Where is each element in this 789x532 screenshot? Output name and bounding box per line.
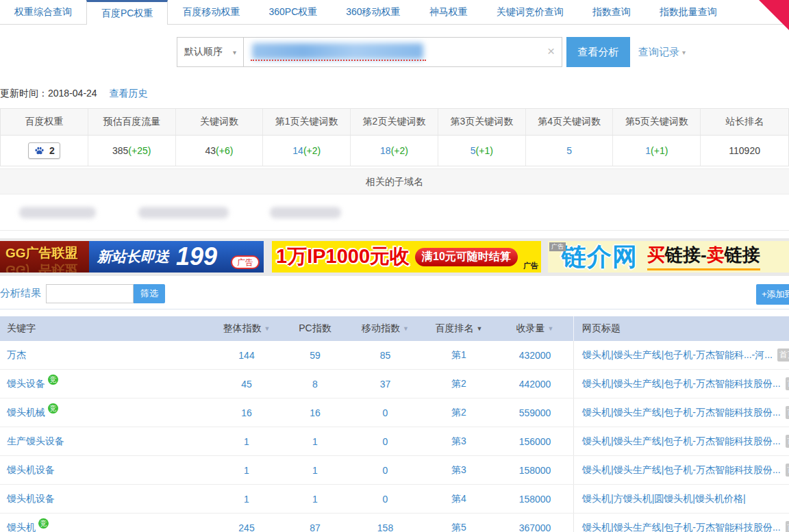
subdomain-blurred-link[interactable] bbox=[19, 207, 96, 218]
tab-1[interactable]: 权重综合查询 bbox=[0, 0, 86, 24]
stats-value-cell[interactable]: 5 bbox=[526, 136, 614, 166]
subdomain-blurred-link[interactable] bbox=[138, 207, 229, 218]
pc-index[interactable]: 1 bbox=[281, 494, 349, 505]
sort-arrow-icon[interactable]: ▼ bbox=[477, 325, 483, 332]
table-row: 馒头机竞24587158第5367000馒头机|馒头生产线|包子机-万杰智能科技… bbox=[0, 514, 789, 532]
stats-value-cell[interactable]: 18(+2) bbox=[351, 136, 438, 166]
overall-index[interactable]: 1 bbox=[212, 436, 281, 447]
sort-arrow-icon[interactable]: ▼ bbox=[548, 325, 554, 332]
sort-order-select[interactable]: 默认顺序 ▾ bbox=[177, 37, 243, 67]
mobile-index[interactable]: 85 bbox=[349, 350, 421, 361]
overall-index[interactable]: 16 bbox=[212, 407, 281, 418]
tab-4[interactable]: 360PC权重 bbox=[254, 0, 331, 24]
ad-banner-ip-revenue[interactable]: 1万IP1000元收 满10元可随时结算 广告 bbox=[272, 241, 541, 273]
overall-index[interactable]: 45 bbox=[212, 379, 281, 390]
sort-arrow-icon[interactable]: ▼ bbox=[264, 325, 271, 332]
page-title-link[interactable]: 馒头机|馒头生产线|包子机-万杰智能科技股份... bbox=[582, 378, 781, 390]
keyword-link[interactable]: 馒头机设备 bbox=[7, 493, 55, 505]
keyword-link[interactable]: 馒头机设备 bbox=[7, 464, 55, 477]
stats-value-cell: 43(+6) bbox=[176, 136, 264, 166]
tab-5[interactable]: 360移动权重 bbox=[331, 0, 414, 24]
stats-value-cell: 110920 bbox=[701, 136, 788, 166]
subdomain-blurred-link[interactable] bbox=[270, 207, 341, 218]
column-header-5[interactable]: 百度排名▼ bbox=[421, 322, 497, 335]
corner-ribbon[interactable] bbox=[759, 0, 789, 30]
table-row: 馒头机设备110第4158000馒头机|方馒头机|圆馒头机|馒头机价格| bbox=[0, 485, 789, 514]
overall-index[interactable]: 144 bbox=[212, 350, 281, 361]
baidu-rank[interactable]: 第2 bbox=[421, 407, 497, 419]
stats-value-cell[interactable]: 14(+2) bbox=[263, 136, 351, 166]
page-title-link[interactable]: 馒头机|馒头生产线|包子机-万杰智能科...-河... bbox=[582, 349, 773, 362]
baidu-rank[interactable]: 第2 bbox=[421, 378, 497, 390]
tab-2[interactable]: 百度PC权重 bbox=[86, 0, 168, 25]
page-title-link[interactable]: 馒头机|馒头生产线|包子机-万杰智能科技股份... bbox=[582, 407, 781, 419]
tab-8[interactable]: 指数查询 bbox=[578, 0, 645, 24]
keyword-link[interactable]: 生产馒头设备 bbox=[7, 435, 64, 448]
page-title-link[interactable]: 馒头机|馒头生产线|包子机-万杰智能科技股份... bbox=[582, 464, 781, 477]
pc-index[interactable]: 87 bbox=[281, 522, 349, 532]
stats-value-cell[interactable]: 5(+1) bbox=[438, 136, 526, 166]
ad-pill-text: 满10元可随时结算 bbox=[415, 248, 518, 266]
mobile-index[interactable]: 37 bbox=[349, 379, 421, 390]
mobile-index[interactable]: 0 bbox=[349, 436, 421, 447]
search-input[interactable]: × bbox=[243, 37, 562, 67]
keyword-link[interactable]: 馒头机械 bbox=[7, 407, 45, 419]
tab-6[interactable]: 神马权重 bbox=[415, 0, 482, 24]
tab-9[interactable]: 指数批量查询 bbox=[645, 0, 731, 24]
pc-index[interactable]: 8 bbox=[281, 379, 349, 390]
keyword-link[interactable]: 馒头设备 bbox=[7, 378, 45, 390]
collect-count[interactable]: 432000 bbox=[497, 350, 573, 361]
collect-count[interactable]: 559000 bbox=[497, 407, 573, 418]
homepage-badge: 首页 bbox=[786, 406, 789, 419]
ad-strip: GG广告联盟 GG广告联盟 新站长即送 199 广告 1万IP1000元收 满1… bbox=[0, 238, 789, 276]
filter-input[interactable] bbox=[46, 284, 134, 303]
analyze-button[interactable]: 查看分析 bbox=[566, 37, 630, 67]
baidu-rank[interactable]: 第1 bbox=[421, 349, 497, 362]
baidu-rank[interactable]: 第3 bbox=[421, 464, 497, 477]
overall-index[interactable]: 245 bbox=[212, 522, 281, 532]
view-history-link[interactable]: 查看历史 bbox=[110, 88, 148, 99]
pc-index[interactable]: 1 bbox=[281, 465, 349, 476]
mobile-index[interactable]: 0 bbox=[349, 494, 421, 505]
collect-count[interactable]: 156000 bbox=[497, 436, 573, 447]
collect-count[interactable]: 442000 bbox=[497, 379, 573, 390]
column-header-2[interactable]: 整体指数▼ bbox=[212, 322, 281, 335]
mobile-index[interactable]: 0 bbox=[349, 407, 421, 418]
pc-index[interactable]: 16 bbox=[281, 407, 349, 418]
sort-arrow-icon[interactable]: ▼ bbox=[403, 325, 409, 332]
collect-count[interactable]: 158000 bbox=[497, 465, 573, 476]
mobile-index[interactable]: 0 bbox=[349, 465, 421, 476]
mobile-index[interactable]: 158 bbox=[349, 522, 421, 532]
baidu-rank[interactable]: 第4 bbox=[421, 493, 497, 505]
collect-count[interactable]: 158000 bbox=[497, 494, 573, 505]
column-header-1: 关键字 bbox=[0, 322, 212, 335]
pc-index[interactable]: 59 bbox=[281, 350, 349, 361]
baidu-rank[interactable]: 第5 bbox=[421, 522, 497, 532]
baidu-rank[interactable]: 第3 bbox=[421, 435, 497, 448]
overall-index[interactable]: 1 bbox=[212, 494, 281, 505]
ad-banner-gg-union[interactable]: GG广告联盟 GG广告联盟 新站长即送 199 广告 bbox=[0, 241, 264, 273]
column-header-4[interactable]: 移动指数▼ bbox=[349, 322, 421, 335]
clear-icon[interactable]: × bbox=[547, 44, 555, 59]
tab-7[interactable]: 关键词竞价查询 bbox=[482, 0, 578, 24]
query-history-link[interactable]: 查询记录 ▾ bbox=[638, 37, 686, 67]
pc-index[interactable]: 1 bbox=[281, 436, 349, 447]
tab-3[interactable]: 百度移动权重 bbox=[168, 0, 254, 24]
keyword-link[interactable]: 馒头机 bbox=[7, 522, 36, 532]
page-title-link[interactable]: 馒头机|馒头生产线|包子机-万杰智能科技股份... bbox=[582, 522, 781, 532]
baidu-weight-badge[interactable]: 2 bbox=[28, 142, 60, 159]
ad-banner-link-market[interactable]: 广告 链介网 买链接-卖链接 bbox=[548, 241, 789, 273]
page-title-link[interactable]: 馒头机|馒头生产线|包子机-万杰智能科技股份... bbox=[582, 435, 781, 448]
keyword-link[interactable]: 万杰 bbox=[7, 349, 26, 362]
add-to-monitor-button[interactable]: +添加到监控 bbox=[756, 284, 789, 305]
stats-header-cell: 站长排名 bbox=[701, 109, 788, 135]
filter-button[interactable]: 筛选 bbox=[134, 284, 165, 303]
overall-index[interactable]: 1 bbox=[212, 465, 281, 476]
column-header-7: 网页标题 bbox=[573, 316, 789, 341]
page-title-link[interactable]: 馒头机|方馒头机|圆馒头机|馒头机价格| bbox=[582, 493, 746, 505]
stats-value-cell[interactable]: 1(+1) bbox=[613, 136, 701, 166]
column-header-6[interactable]: 收录量▼ bbox=[497, 322, 573, 335]
query-history-label: 查询记录 bbox=[638, 46, 679, 59]
keyword-table-body: 万杰1445985第1432000馒头机|馒头生产线|包子机-万杰智能科...-… bbox=[0, 341, 789, 532]
collect-count[interactable]: 367000 bbox=[497, 522, 573, 532]
